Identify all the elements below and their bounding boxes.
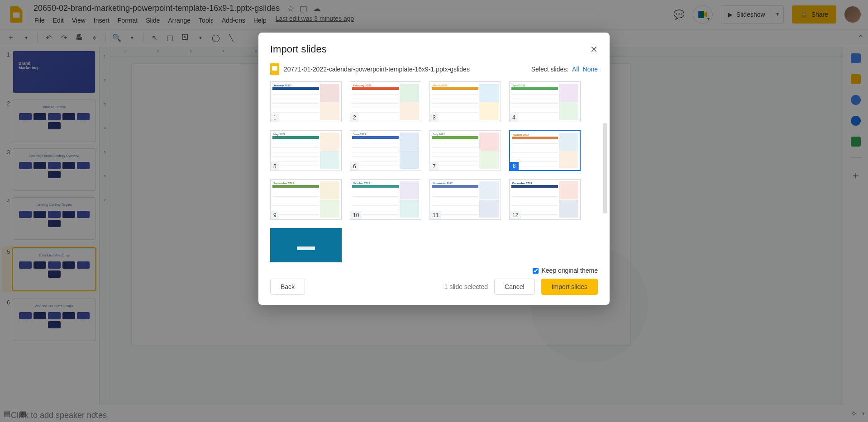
import-slides-dialog: Import slides ✕ 20771-01-2022-calendar-p…: [258, 33, 610, 305]
import-slide-number: 11: [430, 211, 441, 219]
slides-grid-wrapper: January 20221February 20222March 20223Ap…: [258, 81, 610, 262]
import-slide-thumbnail[interactable]: June 20226: [350, 130, 421, 171]
import-slide-thumbnail[interactable]: July 20227: [429, 130, 501, 171]
calendar-month-label: June 2022: [352, 133, 399, 136]
keep-original-theme[interactable]: Keep original theme: [533, 267, 598, 274]
import-slide-thumbnail[interactable]: March 20223: [429, 81, 501, 122]
import-slide-number: 3: [430, 114, 439, 122]
select-slides-label: Select slides:: [531, 66, 568, 73]
slides-grid: January 20221February 20222March 20223Ap…: [270, 81, 600, 262]
import-slide-thumbnail[interactable]: February 20222: [350, 81, 421, 122]
import-slide-thumbnail[interactable]: August 20228: [509, 130, 581, 171]
import-slide-thumbnail[interactable]: October 202210: [350, 179, 421, 220]
source-file-name: 20771-01-2022-calendar-powerpoint-templa…: [284, 66, 470, 73]
close-icon[interactable]: ✕: [590, 44, 598, 55]
import-slide-number: 7: [430, 162, 439, 171]
calendar-month-label: October 2022: [352, 181, 399, 185]
import-slide-number: 8: [510, 162, 519, 170]
keep-theme-label: Keep original theme: [541, 267, 598, 274]
cancel-button[interactable]: Cancel: [494, 279, 535, 295]
keep-theme-checkbox[interactable]: [533, 268, 539, 274]
select-none-link[interactable]: None: [583, 66, 598, 73]
calendar-month-label: April 2022: [511, 84, 558, 87]
import-slide-number: 6: [350, 162, 359, 171]
import-slide-number: 1: [271, 114, 279, 122]
calendar-month-label: February 2022: [352, 84, 399, 87]
calendar-month-label: January 2022: [272, 84, 319, 87]
import-slide-thumbnail[interactable]: April 20224: [509, 81, 581, 122]
select-all-link[interactable]: All: [572, 66, 579, 73]
import-slide-thumbnail[interactable]: [270, 228, 342, 262]
calendar-month-label: September 2022: [272, 181, 319, 185]
calendar-month-label: May 2022: [272, 133, 319, 136]
calendar-month-label: November 2022: [432, 181, 478, 185]
import-slide-thumbnail[interactable]: September 20229: [270, 179, 342, 220]
import-slide-number: 10: [350, 211, 362, 219]
calendar-month-label: December 2022: [511, 181, 558, 185]
calendar-month-label: July 2022: [432, 133, 478, 136]
import-slide-thumbnail[interactable]: November 202211: [429, 179, 501, 220]
select-slides-controls: Select slides: All None: [531, 66, 598, 73]
import-slide-thumbnail[interactable]: May 20225: [270, 130, 342, 171]
import-slide-number: 12: [510, 211, 521, 219]
import-slides-button[interactable]: Import slides: [541, 279, 598, 295]
calendar-month-label: March 2022: [432, 84, 478, 87]
import-slide-thumbnail[interactable]: December 202212: [509, 179, 581, 220]
back-button[interactable]: Back: [270, 279, 305, 295]
import-slide-number: 4: [510, 114, 518, 122]
slides-file-icon: [270, 63, 279, 75]
import-slide-number: 9: [271, 211, 279, 219]
scrollbar[interactable]: [603, 123, 607, 213]
dialog-title: Import slides: [270, 43, 327, 55]
source-file: 20771-01-2022-calendar-powerpoint-templa…: [270, 63, 470, 75]
selected-count: 1 slide selected: [444, 283, 488, 290]
import-slide-number: 5: [271, 162, 279, 171]
import-slide-number: 2: [350, 114, 359, 122]
import-slide-thumbnail[interactable]: January 20221: [270, 81, 342, 122]
calendar-month-label: August 2022: [512, 133, 558, 137]
